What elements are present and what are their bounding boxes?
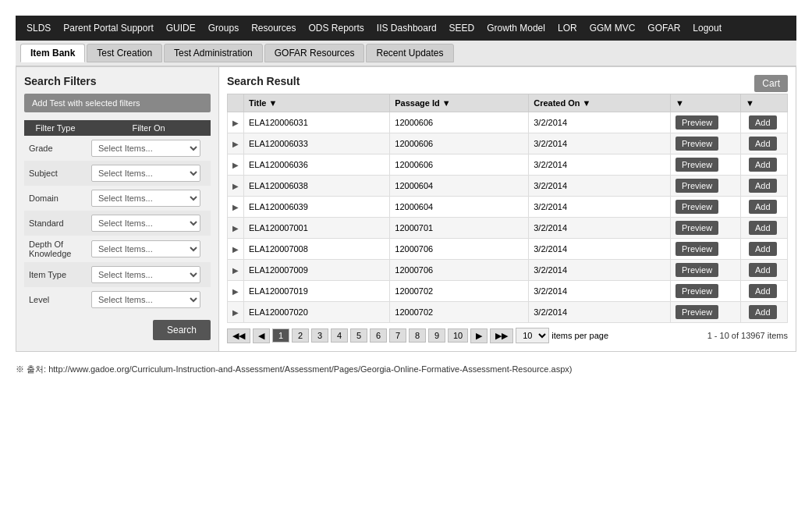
col-header-4[interactable]: ▼ bbox=[671, 94, 741, 112]
cart-button[interactable]: Cart bbox=[754, 75, 788, 92]
expand-icon[interactable]: ▶ bbox=[228, 239, 244, 260]
add-button[interactable]: Add bbox=[749, 158, 777, 172]
page-2-button[interactable]: 2 bbox=[292, 328, 309, 343]
nav-item-ods-reports[interactable]: ODS Reports bbox=[303, 16, 371, 41]
expand-icon[interactable]: ▶ bbox=[228, 133, 244, 154]
preview-button[interactable]: Preview bbox=[675, 263, 718, 277]
nav-item-iis-dashboard[interactable]: IIS Dashboard bbox=[371, 16, 443, 41]
add-button[interactable]: Add bbox=[749, 179, 777, 193]
preview-button[interactable]: Preview bbox=[675, 200, 718, 214]
preview-cell: Preview bbox=[671, 176, 741, 197]
preview-button[interactable]: Preview bbox=[675, 242, 718, 256]
search-button[interactable]: Search bbox=[153, 320, 211, 340]
filter-select-item-type[interactable]: Select Items... bbox=[91, 266, 200, 283]
add-button[interactable]: Add bbox=[749, 242, 777, 256]
created-on-cell: 3/2/2014 bbox=[529, 197, 671, 218]
nav-item-ggm-mvc[interactable]: GGM MVC bbox=[583, 16, 642, 41]
add-button[interactable]: Add bbox=[749, 305, 777, 319]
top-navigation: SLDSParent Portal SupportGUIDEGroupsReso… bbox=[16, 16, 796, 41]
filter-row: Item TypeSelect Items... bbox=[24, 262, 211, 287]
filter-select-grade[interactable]: Select Items... bbox=[91, 140, 200, 157]
add-button[interactable]: Add bbox=[749, 115, 777, 130]
add-button[interactable]: Add bbox=[749, 263, 777, 277]
created-on-cell: 3/2/2014 bbox=[529, 154, 671, 176]
page-8-button[interactable]: 8 bbox=[409, 328, 426, 343]
preview-button[interactable]: Preview bbox=[675, 115, 718, 130]
nav-item-guide[interactable]: GUIDE bbox=[160, 16, 202, 41]
add-button[interactable]: Add bbox=[749, 137, 777, 151]
tab-test-creation[interactable]: Test Creation bbox=[87, 44, 162, 62]
col-header-3[interactable]: Created On ▼ bbox=[529, 94, 671, 112]
tab-test-admin[interactable]: Test Administration bbox=[164, 44, 263, 62]
expand-icon[interactable]: ▶ bbox=[228, 260, 244, 281]
title-cell: ELA120006031 bbox=[244, 112, 390, 133]
expand-icon[interactable]: ▶ bbox=[228, 112, 244, 133]
nav-item-slds[interactable]: SLDS bbox=[20, 16, 57, 41]
nav-item-parent-portal[interactable]: Parent Portal Support bbox=[57, 16, 159, 41]
filter-row: SubjectSelect Items... bbox=[24, 161, 211, 186]
filter-type-cell: Depth Of Knowledge bbox=[24, 236, 87, 262]
nav-item-logout[interactable]: Logout bbox=[686, 16, 728, 41]
filter-select-domain[interactable]: Select Items... bbox=[91, 190, 200, 207]
filter-select-standard[interactable]: Select Items... bbox=[91, 215, 200, 232]
created-on-cell: 3/2/2014 bbox=[529, 218, 671, 239]
nav-item-seed[interactable]: SEED bbox=[443, 16, 481, 41]
passage-id-cell: 12000701 bbox=[390, 218, 529, 239]
col-header-2[interactable]: Passage Id ▼ bbox=[390, 94, 529, 112]
per-page-select[interactable]: 102550 bbox=[516, 328, 549, 343]
page-3-button[interactable]: 3 bbox=[311, 328, 328, 343]
expand-icon[interactable]: ▶ bbox=[228, 197, 244, 218]
add-cell: Add bbox=[741, 133, 788, 154]
add-cell: Add bbox=[741, 302, 788, 323]
preview-button[interactable]: Preview bbox=[675, 305, 718, 319]
col-header-5[interactable]: ▼ bbox=[741, 94, 788, 112]
expand-icon[interactable]: ▶ bbox=[228, 176, 244, 197]
nav-item-lor[interactable]: LOR bbox=[551, 16, 583, 41]
filter-table: Filter Type Filter On GradeSelect Items.… bbox=[24, 120, 211, 312]
preview-button[interactable]: Preview bbox=[675, 179, 718, 193]
preview-cell: Preview bbox=[671, 112, 741, 133]
preview-cell: Preview bbox=[671, 197, 741, 218]
add-button[interactable]: Add bbox=[749, 200, 777, 214]
tab-item-bank[interactable]: Item Bank bbox=[20, 44, 85, 62]
page-7-button[interactable]: 7 bbox=[389, 328, 406, 343]
page-9-button[interactable]: 9 bbox=[428, 328, 445, 343]
add-cell: Add bbox=[741, 218, 788, 239]
page-5-button[interactable]: 5 bbox=[350, 328, 367, 343]
page-10-button[interactable]: 10 bbox=[448, 328, 468, 343]
preview-cell: Preview bbox=[671, 239, 741, 260]
filter-select-subject[interactable]: Select Items... bbox=[91, 165, 200, 182]
expand-icon[interactable]: ▶ bbox=[228, 281, 244, 302]
passage-id-cell: 12000604 bbox=[390, 176, 529, 197]
nav-item-groups[interactable]: Groups bbox=[202, 16, 245, 41]
add-button[interactable]: Add bbox=[749, 284, 777, 298]
filter-on-cell: Select Items... bbox=[87, 287, 211, 312]
created-on-cell: 3/2/2014 bbox=[529, 112, 671, 133]
filter-row: LevelSelect Items... bbox=[24, 287, 211, 312]
tab-recent-updates[interactable]: Recent Updates bbox=[366, 44, 453, 62]
expand-icon[interactable]: ▶ bbox=[228, 302, 244, 323]
prev-page-button[interactable]: ◀ bbox=[253, 328, 270, 343]
add-cell: Add bbox=[741, 154, 788, 176]
add-button[interactable]: Add bbox=[749, 221, 777, 235]
preview-button[interactable]: Preview bbox=[675, 221, 718, 235]
nav-item-resources[interactable]: Resources bbox=[245, 16, 302, 41]
filter-select-depth-of-knowledge[interactable]: Select Items... bbox=[91, 240, 200, 257]
page-4-button[interactable]: 4 bbox=[331, 328, 348, 343]
first-page-button[interactable]: ◀◀ bbox=[227, 328, 250, 343]
nav-item-growth-model[interactable]: Growth Model bbox=[480, 16, 551, 41]
preview-button[interactable]: Preview bbox=[675, 284, 718, 298]
next-page-button[interactable]: ▶ bbox=[470, 328, 488, 343]
expand-icon[interactable]: ▶ bbox=[228, 154, 244, 176]
add-test-button[interactable]: Add Test with selected filters bbox=[24, 94, 211, 112]
tab-gofar-resources[interactable]: GOFAR Resources bbox=[264, 44, 365, 62]
page-6-button[interactable]: 6 bbox=[370, 328, 387, 343]
nav-item-gofar[interactable]: GOFAR bbox=[641, 16, 686, 41]
filter-select-level[interactable]: Select Items... bbox=[91, 291, 200, 308]
preview-button[interactable]: Preview bbox=[675, 158, 718, 172]
last-page-button[interactable]: ▶▶ bbox=[490, 328, 513, 343]
expand-icon[interactable]: ▶ bbox=[228, 218, 244, 239]
preview-button[interactable]: Preview bbox=[675, 137, 718, 151]
col-header-1[interactable]: Title ▼ bbox=[244, 94, 390, 112]
page-1-button[interactable]: 1 bbox=[272, 328, 289, 343]
